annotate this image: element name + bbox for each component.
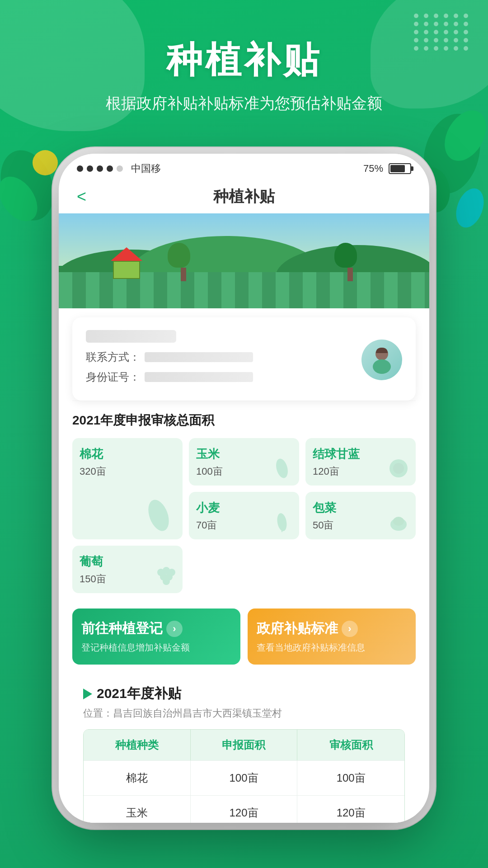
user-info: 联系方式： 身份证号： — [86, 330, 361, 390]
crop-card-greens: 包菜 50亩 — [305, 492, 416, 539]
register-button[interactable]: 前往种植登记 › 登记种植信息增加补贴金额 — [72, 609, 240, 665]
svg-point-2 — [33, 150, 58, 175]
status-bar: 中国移 75% — [59, 154, 429, 180]
subsidy-table: 种植种类 申报面积 审核面积 棉花 100亩 100亩 玉米 120亩 120亩 — [83, 729, 405, 823]
tree-top-2 — [334, 243, 357, 268]
house-body — [113, 261, 140, 279]
crop-icon-cabbage — [385, 455, 412, 482]
crop-area-cotton: 320亩 — [80, 465, 175, 478]
nav-title: 种植补贴 — [213, 186, 275, 207]
crop-card-wheat: 小麦 70亩 — [189, 492, 299, 539]
id-label: 身份证号： — [86, 370, 140, 384]
subsidy-title: 2021年度补贴 — [97, 684, 181, 703]
standard-sub: 查看当地政府补贴标准信息 — [257, 642, 407, 654]
register-arrow-icon: › — [166, 621, 183, 637]
register-sub: 登记种植信息增加补贴金额 — [81, 642, 231, 654]
contact-value-blur — [145, 352, 253, 362]
user-avatar — [361, 340, 402, 380]
battery-fill — [390, 165, 405, 172]
standard-button[interactable]: 政府补贴标准 › 查看当地政府补贴标准信息 — [248, 609, 416, 665]
crop-icon-wheat — [268, 509, 296, 536]
house-roof — [111, 247, 142, 261]
house — [113, 247, 142, 279]
triangle-icon — [83, 689, 92, 699]
status-right: 75% — [363, 163, 411, 175]
subsidy-header: 2021年度补贴 — [83, 684, 405, 703]
td-1-type: 棉花 — [84, 761, 191, 795]
nav-bar: < 种植补贴 — [59, 180, 429, 213]
svg-point-17 — [393, 463, 404, 474]
content-area: 联系方式： 身份证号： — [59, 308, 429, 823]
farm-scene — [59, 213, 429, 308]
td-1-verified: 100亩 — [297, 761, 404, 795]
signal-dot-4 — [107, 165, 113, 172]
th-declared: 申报面积 — [191, 730, 298, 760]
phone-mockup: 中国移 75% < 种植补贴 — [59, 154, 429, 823]
tree-trunk-1 — [181, 268, 186, 281]
contact-label: 联系方式： — [86, 350, 140, 364]
contact-detail: 联系方式： — [86, 350, 361, 364]
crop-card-cotton: 棉花 320亩 — [72, 438, 183, 539]
id-detail: 身份证号： — [86, 370, 361, 384]
th-verified: 审核面积 — [297, 730, 404, 760]
register-title: 前往种植登记 › — [81, 619, 231, 638]
tree-trunk-2 — [347, 268, 353, 281]
action-buttons: 前往种植登记 › 登记种植信息增加补贴金额 政府补贴标准 › 查看当地政府补贴标… — [72, 609, 416, 665]
crop-icon-corn — [268, 455, 296, 482]
user-name-blur — [86, 330, 176, 343]
td-1-declared: 100亩 — [191, 761, 298, 795]
signal-dot-5 — [117, 165, 123, 172]
table-header: 种植种类 申报面积 审核面积 — [84, 730, 404, 760]
carrier-text: 中国移 — [131, 162, 161, 175]
standard-title: 政府补贴标准 › — [257, 619, 407, 638]
main-title: 种植补贴 — [0, 36, 488, 85]
crop-icon-cotton — [138, 495, 179, 536]
svg-point-21 — [393, 517, 404, 526]
farm-banner — [59, 213, 429, 308]
tree-1 — [176, 243, 190, 281]
svg-point-6 — [451, 184, 488, 231]
crop-card-cabbage: 结球甘蓝 120亩 — [305, 438, 416, 486]
signal-area: 中国移 — [77, 162, 161, 175]
area-section: 2021年度申报审核总面积 棉花 320亩 — [72, 401, 416, 598]
signal-dot-1 — [77, 165, 83, 172]
table-row-1: 棉花 100亩 100亩 — [84, 760, 404, 795]
svg-point-27 — [163, 578, 170, 585]
location-label: 位置： — [83, 708, 113, 719]
crop-icon-greens — [385, 509, 412, 536]
back-button[interactable]: < — [77, 187, 86, 206]
table-row-2: 玉米 120亩 120亩 — [84, 795, 404, 823]
sub-title: 根据政府补贴补贴标准为您预估补贴金额 — [0, 93, 488, 114]
crop-icon-grape — [152, 562, 179, 590]
subsidy-section: 2021年度补贴 位置：昌吉回族自治州昌吉市大西渠镇玉堂村 种植种类 申报面积 … — [72, 674, 416, 823]
crop-name-cotton: 棉花 — [80, 446, 175, 462]
battery-percentage: 75% — [363, 163, 383, 175]
crop-card-grape: 葡萄 150亩 — [72, 546, 183, 593]
location-text: 位置：昌吉回族自治州昌吉市大西渠镇玉堂村 — [83, 707, 405, 720]
crop-card-corn: 玉米 100亩 — [189, 438, 299, 486]
id-value-blur — [145, 372, 253, 382]
th-type: 种植种类 — [84, 730, 191, 760]
header-section: 种植补贴 根据政府补贴补贴标准为您预估补贴金额 — [0, 36, 488, 114]
area-section-title: 2021年度申报审核总面积 — [72, 412, 416, 429]
user-card: 联系方式： 身份证号： — [72, 317, 416, 401]
crop-grid: 棉花 320亩 玉米 100亩 — [72, 438, 416, 593]
td-2-verified: 120亩 — [297, 796, 404, 823]
standard-arrow-icon: › — [342, 621, 358, 637]
td-2-declared: 120亩 — [191, 796, 298, 823]
avatar-icon — [366, 344, 398, 376]
td-2-type: 玉米 — [84, 796, 191, 823]
location-value: 昌吉回族自治州昌吉市大西渠镇玉堂村 — [113, 708, 282, 719]
signal-dot-2 — [87, 165, 93, 172]
signal-dot-3 — [97, 165, 103, 172]
battery-icon — [389, 163, 411, 174]
svg-point-8 — [373, 359, 391, 374]
tree-2 — [343, 243, 357, 281]
tree-top-1 — [168, 243, 190, 268]
